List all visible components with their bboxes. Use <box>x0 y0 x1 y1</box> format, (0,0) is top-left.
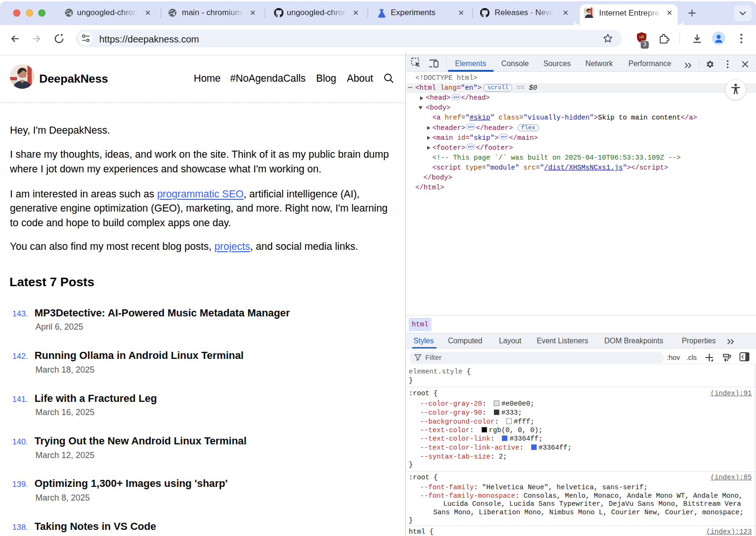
svg-text:uB: uB <box>639 34 644 39</box>
